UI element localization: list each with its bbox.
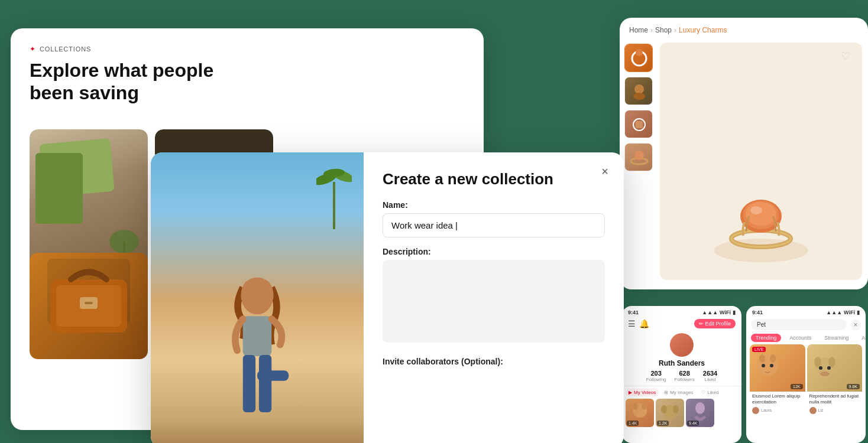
page-title: Explore what people been saving — [30, 59, 465, 105]
palm-tree-icon — [316, 158, 352, 229]
thumb-img-2 — [625, 77, 652, 105]
time-1: 9:41 — [628, 310, 639, 315]
thumbnail-1[interactable] — [624, 44, 653, 72]
feed-info-1: Eiusmod Lorem aliquip exercitation Laura — [750, 392, 805, 416]
stat-followers: 628 Followers — [675, 370, 695, 382]
feed-dog-img — [807, 344, 843, 392]
tab-my-images[interactable]: ⊞ My Images — [661, 389, 696, 396]
description-label: Description: — [383, 247, 605, 256]
mini-count-1: 1.4K — [627, 421, 639, 426]
tab-liked[interactable]: ♡ Liked — [698, 389, 721, 396]
breadcrumb-home[interactable]: Home — [629, 26, 648, 34]
name-label: Name: — [383, 200, 605, 210]
svg-point-16 — [636, 49, 643, 56]
svg-rect-11 — [243, 316, 271, 356]
card-bag-image — [30, 253, 148, 359]
tab-accounts[interactable]: Accounts — [785, 334, 816, 342]
bag-illustration — [44, 262, 133, 338]
create-collection-modal: × Create a new collection Name: Descript… — [151, 152, 624, 443]
close-button[interactable]: × — [597, 163, 613, 180]
edit-profile-button[interactable]: ✏ Edit Profile — [694, 319, 736, 328]
feed-user-row-1: Laura — [752, 407, 803, 414]
svg-point-28 — [746, 202, 776, 226]
status-icons-2: ▲▲▲ WiFi ▮ — [826, 310, 860, 315]
svg-point-46 — [827, 366, 831, 370]
svg-point-40 — [762, 364, 765, 367]
profile-header: ☰ 🔔 ✏ Edit Profile — [622, 317, 741, 331]
collections-label: ✦ COLLECTIONS — [30, 45, 465, 53]
name-input[interactable] — [383, 213, 605, 237]
feed-item-2[interactable]: 9.8K Reprehenderit ad fugiat nulla molli… — [807, 344, 863, 416]
thumb-img-1 — [625, 44, 652, 71]
feed-item-1[interactable]: LIVE 12K Eiusmod Lorem aliquip exercitat… — [750, 344, 805, 416]
profile-tabs: ▶ My Videos ⊞ My Images ♡ Liked — [622, 386, 741, 399]
invite-collaborators-label: Invite collaborators (Optional): — [383, 357, 605, 366]
svg-point-47 — [820, 372, 830, 376]
feed-phone-panel: 9:41 ▲▲▲ WiFi ▮ Pet × Trending Accounts … — [746, 306, 866, 443]
svg-point-17 — [634, 84, 644, 94]
modal-title: Create a new collection — [383, 170, 605, 188]
status-bar-1: 9:41 ▲▲▲ WiFi ▮ — [622, 306, 741, 317]
breadcrumb-shop[interactable]: Shop — [655, 26, 672, 34]
feed-text-1: Eiusmod Lorem aliquip exercitation — [752, 393, 803, 406]
mini-thumb-cat[interactable]: 1.4K — [626, 399, 654, 427]
view-count-1: 12K — [791, 384, 802, 389]
signal-icon-2: ▲▲▲ — [826, 310, 842, 315]
stat-following: 203 Following — [646, 370, 666, 382]
ring-illustration — [702, 174, 820, 268]
svg-point-31 — [633, 403, 638, 410]
view-count-2: 9.8K — [847, 384, 860, 389]
svg-point-29 — [750, 206, 762, 214]
tab-my-videos[interactable]: ▶ My Videos — [626, 389, 659, 396]
tab-audio[interactable]: Audio — [857, 334, 866, 342]
tab-trending[interactable]: Trending — [751, 334, 781, 342]
profile-nav-icons: ☰ 🔔 — [628, 319, 649, 328]
modal-form-panel: × Create a new collection Name: Descript… — [364, 152, 624, 443]
profile-phone-panel: 9:41 ▲▲▲ WiFi ▮ ☰ 🔔 ✏ Edit Profile Ruth … — [622, 306, 741, 443]
wishlist-heart-icon[interactable]: ♡ — [841, 50, 855, 64]
svg-point-39 — [770, 354, 776, 363]
search-bar: Pet × — [746, 317, 866, 333]
product-thumbnails — [620, 40, 658, 282]
feed-avatar-1 — [752, 407, 759, 414]
feed-item-image-1: LIVE 12K — [750, 344, 805, 392]
card-bag[interactable] — [30, 253, 148, 371]
thumb-img-3 — [625, 110, 652, 138]
svg-rect-20 — [636, 121, 643, 128]
svg-point-38 — [759, 354, 765, 363]
charm-thumb-3 — [625, 110, 653, 138]
thumbnail-2[interactable] — [624, 77, 653, 105]
feed-avatar-2 — [809, 407, 817, 414]
time-2: 9:41 — [752, 310, 763, 315]
woman-photo-bg — [151, 152, 364, 443]
search-close-icon[interactable]: × — [850, 320, 861, 330]
battery-icon-1: ▮ — [733, 310, 736, 315]
search-input[interactable]: Pet — [751, 319, 847, 330]
feed-text-2: Reprehenderit ad fugiat nulla mollit — [809, 393, 860, 406]
breadcrumb: Home › Shop › Luxury Charms — [620, 18, 868, 40]
hamburger-icon[interactable]: ☰ — [628, 319, 636, 328]
description-textarea[interactable] — [383, 260, 605, 343]
svg-rect-14 — [257, 370, 289, 380]
live-badge-1: LIVE — [752, 347, 766, 352]
notification-icon[interactable]: 🔔 — [639, 319, 649, 328]
modal-photo-panel — [151, 152, 364, 443]
feed-info-2: Reprehenderit ad fugiat nulla mollit Liz — [807, 392, 863, 416]
svg-point-44 — [828, 357, 835, 367]
thumbnail-4[interactable] — [624, 143, 653, 171]
mini-thumb-dance[interactable]: 9.4K — [686, 399, 714, 427]
svg-point-22 — [634, 151, 644, 160]
bug-thumb-2 — [625, 77, 653, 105]
profile-avatar — [670, 333, 694, 357]
mini-thumb-dog[interactable]: 1.2K — [656, 399, 684, 427]
svg-rect-13 — [259, 355, 271, 412]
breadcrumb-sep-2: › — [674, 26, 676, 34]
svg-point-36 — [695, 402, 705, 414]
product-main-image: ♡ — [660, 43, 862, 280]
svg-point-34 — [661, 405, 667, 413]
tab-streaming[interactable]: Streaming — [820, 334, 853, 342]
heart-icon: ♡ — [701, 390, 705, 395]
status-icons-1: ▲▲▲ WiFi ▮ — [702, 310, 736, 315]
thumbnail-3[interactable] — [624, 110, 653, 138]
thumb-img-4 — [625, 144, 652, 171]
